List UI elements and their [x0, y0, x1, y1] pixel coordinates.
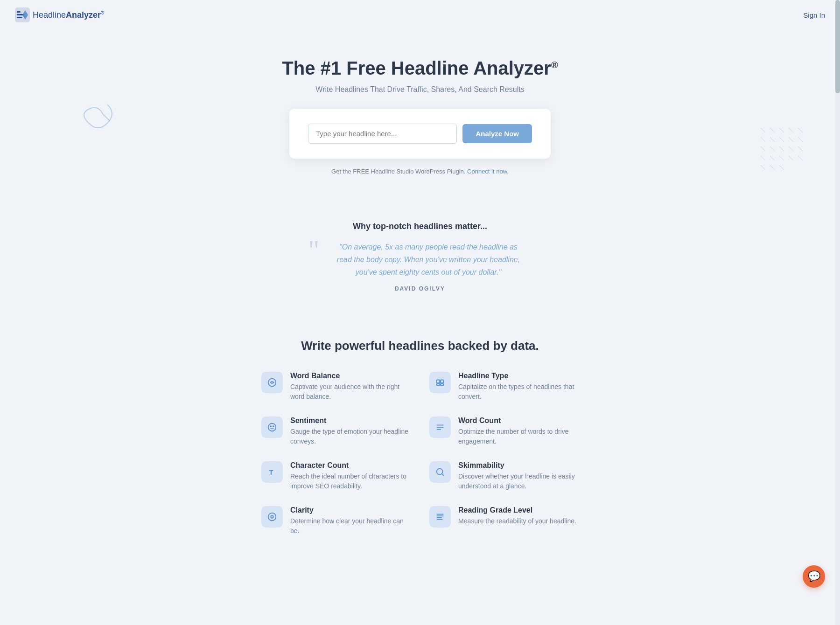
feature-item-reading-grade-level: Reading Grade LevelMeasure the readabili… — [429, 506, 579, 536]
quote-marks: " — [308, 236, 320, 264]
feature-desc-skimmability: Discover whether your headline is easily… — [458, 472, 579, 491]
svg-text:T: T — [269, 468, 273, 476]
svg-line-25 — [761, 165, 765, 170]
feature-name-character-count: Character Count — [290, 461, 411, 470]
svg-line-14 — [798, 137, 803, 142]
svg-point-42 — [268, 513, 276, 521]
feature-icon-word-count — [429, 417, 451, 438]
svg-line-11 — [770, 137, 775, 142]
logo[interactable]: HeadlineAnalyzer® — [15, 7, 104, 22]
plugin-notice: Get the FREE Headline Studio WordPress P… — [9, 168, 831, 175]
analyze-button[interactable]: Analyze Now — [462, 124, 532, 143]
feature-item-skimmability: SkimmabilityDiscover whether your headli… — [429, 461, 579, 491]
chat-button[interactable]: 💬 — [803, 565, 825, 588]
why-section: Why top-notch headlines matter... " "On … — [0, 203, 840, 320]
svg-line-5 — [761, 128, 765, 132]
swirl-decoration — [75, 95, 121, 142]
feature-icon-word-balance — [261, 372, 283, 393]
feature-item-word-balance: Word BalanceCaptivate your audience with… — [261, 372, 411, 402]
svg-rect-32 — [441, 383, 443, 385]
why-title: Why top-notch headlines matter... — [9, 222, 831, 231]
svg-point-28 — [268, 378, 276, 386]
svg-rect-30 — [441, 380, 443, 382]
svg-line-6 — [770, 128, 775, 132]
feature-desc-word-count: Optimize the number of words to drive en… — [458, 427, 579, 446]
feature-desc-sentiment: Gauge the type of emotion your headline … — [290, 427, 411, 446]
svg-line-41 — [442, 474, 444, 476]
svg-line-7 — [779, 128, 784, 132]
feature-name-word-count: Word Count — [458, 417, 579, 425]
features-title: Write powerful headlines backed by data. — [9, 339, 831, 353]
svg-line-10 — [761, 137, 765, 142]
svg-point-40 — [437, 468, 443, 474]
quote-block: " "On average, 5x as many people read th… — [308, 241, 532, 292]
features-grid: Word BalanceCaptivate your audience with… — [261, 372, 579, 536]
feature-icon-sentiment — [261, 417, 283, 438]
feature-desc-character-count: Reach the ideal number of characters to … — [290, 472, 411, 491]
feature-item-word-count: Word CountOptimize the number of words t… — [429, 417, 579, 446]
svg-line-24 — [798, 156, 803, 160]
logo-text: HeadlineAnalyzer® — [33, 10, 104, 20]
plugin-connect-link[interactable]: Connect it now. — [467, 168, 509, 175]
svg-line-18 — [789, 146, 793, 151]
feature-name-reading-grade-level: Reading Grade Level — [458, 506, 576, 514]
svg-line-22 — [779, 156, 784, 160]
quote-author: DAVID OGILVY — [317, 285, 523, 292]
svg-line-17 — [779, 146, 784, 151]
feature-icon-skimmability — [429, 461, 451, 483]
dots-decoration — [756, 123, 812, 179]
hero-subtitle: Write Headlines That Drive Traffic, Shar… — [9, 85, 831, 94]
features-section: Write powerful headlines backed by data.… — [0, 320, 840, 564]
svg-line-13 — [789, 137, 793, 142]
hero-section: The #1 Free Headline Analyzer® Write Hea… — [0, 30, 840, 203]
svg-rect-1 — [17, 11, 21, 13]
quote-text: "On average, 5x as many people read the … — [317, 241, 523, 279]
hero-title: The #1 Free Headline Analyzer® — [9, 58, 831, 79]
svg-line-15 — [761, 146, 765, 151]
svg-rect-3 — [17, 17, 22, 18]
logo-icon — [15, 7, 30, 22]
feature-item-character-count: TCharacter CountReach the ideal number o… — [261, 461, 411, 491]
search-container: Analyze Now — [289, 109, 551, 159]
feature-name-headline-type: Headline Type — [458, 372, 579, 380]
feature-desc-reading-grade-level: Measure the readability of your headline… — [458, 516, 576, 526]
feature-icon-character-count: T — [261, 461, 283, 483]
feature-name-skimmability: Skimmability — [458, 461, 579, 470]
feature-item-clarity: ClarityDetermine how clear your headline… — [261, 506, 411, 536]
svg-line-23 — [789, 156, 793, 160]
svg-line-26 — [770, 165, 775, 170]
svg-point-34 — [270, 426, 271, 427]
svg-line-12 — [779, 137, 784, 142]
svg-point-35 — [273, 426, 274, 427]
svg-line-16 — [770, 146, 775, 151]
feature-desc-headline-type: Capitalize on the types of headlines tha… — [458, 382, 579, 402]
svg-rect-31 — [437, 383, 440, 385]
svg-point-33 — [268, 423, 276, 431]
feature-desc-word-balance: Captivate your audience with the right w… — [290, 382, 411, 402]
svg-point-43 — [271, 515, 273, 518]
navbar: HeadlineAnalyzer® Sign In — [0, 0, 840, 30]
feature-icon-clarity — [261, 506, 283, 528]
svg-line-19 — [798, 146, 803, 151]
svg-line-21 — [770, 156, 775, 160]
feature-name-word-balance: Word Balance — [290, 372, 411, 380]
feature-name-sentiment: Sentiment — [290, 417, 411, 425]
svg-line-20 — [761, 156, 765, 160]
svg-line-27 — [779, 165, 784, 170]
headline-input[interactable] — [308, 124, 457, 144]
feature-item-sentiment: SentimentGauge the type of emotion your … — [261, 417, 411, 446]
feature-icon-reading-grade-level — [429, 506, 451, 528]
svg-rect-29 — [437, 380, 440, 382]
svg-line-8 — [789, 128, 793, 132]
feature-desc-clarity: Determine how clear your headline can be… — [290, 516, 411, 536]
feature-item-headline-type: Headline TypeCapitalize on the types of … — [429, 372, 579, 402]
svg-line-9 — [798, 128, 803, 132]
feature-icon-headline-type — [429, 372, 451, 393]
sign-in-button[interactable]: Sign In — [803, 11, 825, 19]
feature-name-clarity: Clarity — [290, 506, 411, 514]
